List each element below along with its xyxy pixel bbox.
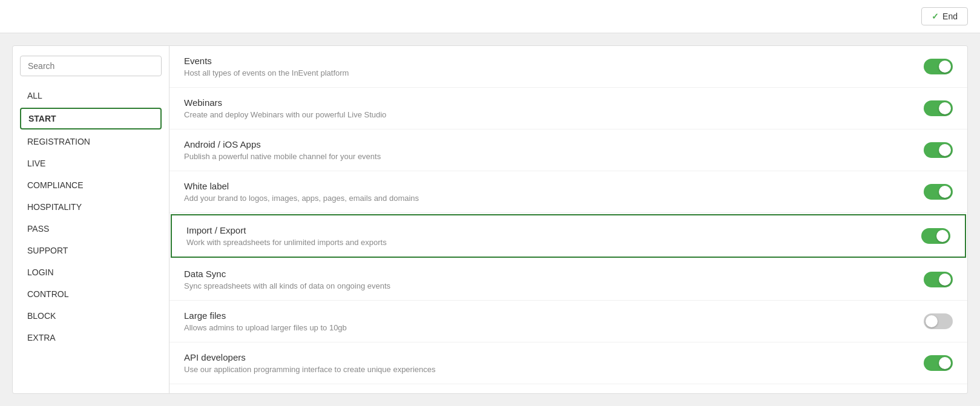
toggle-events[interactable]	[924, 59, 953, 74]
sidebar-item-support[interactable]: SUPPORT	[20, 241, 162, 260]
toggle-data-sync[interactable]	[924, 272, 953, 287]
feature-desc-android-ios: Publish a powerful native mobile channel…	[184, 152, 912, 161]
toggle-white-label[interactable]	[924, 184, 953, 200]
toggle-container-large-files[interactable]	[924, 313, 953, 329]
feature-info-api-developers: API developersUse our application progra…	[184, 352, 912, 374]
feature-row-webinars: WebinarsCreate and deploy Webinars with …	[169, 88, 967, 129]
toggle-track-webinars	[924, 100, 953, 116]
feature-row-api-developers: API developersUse our application progra…	[169, 342, 967, 384]
feature-row-permission-profiles: Permission profilesManage granular permi…	[169, 384, 967, 394]
toggle-thumb-android-ios	[939, 144, 951, 156]
feature-row-large-files: Large filesAllows admins to upload large…	[169, 301, 967, 342]
check-icon: ✓	[932, 11, 939, 21]
toggle-track-data-sync	[924, 272, 953, 287]
sidebar-item-registration[interactable]: REGISTRATION	[20, 132, 162, 151]
toggle-thumb-large-files	[926, 315, 938, 327]
feature-title-api-developers: API developers	[184, 352, 912, 362]
toggle-track-events	[924, 59, 953, 74]
toggle-import-export[interactable]	[921, 228, 950, 244]
feature-title-events: Events	[184, 56, 912, 66]
toggle-thumb-events	[939, 61, 951, 73]
toggle-thumb-import-export	[936, 230, 949, 242]
feature-desc-webinars: Create and deploy Webinars with our powe…	[184, 110, 912, 119]
feature-info-import-export: Import / ExportWork with spreadsheets fo…	[186, 225, 909, 247]
feature-info-android-ios: Android / iOS AppsPublish a powerful nat…	[184, 139, 912, 161]
feature-info-large-files: Large filesAllows admins to upload large…	[184, 310, 912, 332]
toggle-container-events[interactable]	[924, 59, 953, 74]
feature-info-white-label: White labelAdd your brand to logos, imag…	[184, 181, 912, 203]
sidebar-item-pass[interactable]: PASS	[20, 219, 162, 238]
search-input[interactable]	[20, 56, 162, 76]
feature-info-data-sync: Data SyncSync spreadsheets with all kind…	[184, 269, 912, 290]
feature-desc-white-label: Add your brand to logos, images, apps, p…	[184, 194, 912, 203]
toggle-container-android-ios[interactable]	[924, 142, 953, 158]
toggle-thumb-white-label	[939, 186, 951, 198]
feature-title-white-label: White label	[184, 181, 912, 191]
toggle-track-import-export	[921, 228, 950, 244]
sidebar-item-compliance[interactable]: COMPLIANCE	[20, 175, 162, 195]
toggle-track-api-developers	[924, 355, 953, 371]
toggle-api-developers[interactable]	[924, 355, 953, 371]
toggle-container-webinars[interactable]	[924, 100, 953, 116]
feature-desc-api-developers: Use our application programming interfac…	[184, 365, 912, 374]
sidebar-item-all[interactable]: ALL	[20, 86, 162, 105]
feature-row-import-export: Import / ExportWork with spreadsheets fo…	[171, 214, 966, 258]
feature-desc-events: Host all types of events on the InEvent …	[184, 68, 912, 77]
toggle-thumb-webinars	[939, 102, 951, 114]
feature-desc-large-files: Allows admins to upload larger files up …	[184, 323, 912, 332]
toggle-track-white-label	[924, 184, 953, 200]
content-area: EventsHost all types of events on the In…	[169, 45, 968, 394]
toggle-webinars[interactable]	[924, 100, 953, 116]
toggle-track-android-ios	[924, 142, 953, 158]
toggle-large-files[interactable]	[924, 313, 953, 329]
feature-row-data-sync: Data SyncSync spreadsheets with all kind…	[169, 259, 967, 301]
sidebar-item-control[interactable]: CONTROL	[20, 284, 162, 304]
feature-info-events: EventsHost all types of events on the In…	[184, 56, 912, 77]
main-layout: ALLSTARTREGISTRATIONLIVECOMPLIANCEHOSPIT…	[0, 33, 980, 406]
feature-title-android-ios: Android / iOS Apps	[184, 139, 912, 149]
sidebar-item-login[interactable]: LOGIN	[20, 263, 162, 282]
toggle-track-large-files	[924, 313, 953, 329]
toggle-container-import-export[interactable]	[921, 228, 950, 244]
top-bar: ✓ End	[0, 0, 980, 33]
sidebar-item-hospitality[interactable]: HOSPITALITY	[20, 197, 162, 217]
end-button-label: End	[942, 11, 958, 21]
feature-title-large-files: Large files	[184, 310, 912, 321]
feature-row-white-label: White labelAdd your brand to logos, imag…	[169, 171, 967, 213]
toggle-container-api-developers[interactable]	[924, 355, 953, 371]
sidebar-item-start[interactable]: START	[20, 108, 162, 129]
feature-title-import-export: Import / Export	[186, 225, 909, 235]
feature-desc-import-export: Work with spreadsheets for unlimited imp…	[186, 238, 909, 247]
sidebar-item-block[interactable]: BLOCK	[20, 306, 162, 326]
toggle-container-data-sync[interactable]	[924, 272, 953, 287]
feature-title-data-sync: Data Sync	[184, 269, 912, 279]
sidebar: ALLSTARTREGISTRATIONLIVECOMPLIANCEHOSPIT…	[12, 45, 169, 394]
toggle-thumb-data-sync	[939, 273, 951, 286]
feature-row-events: EventsHost all types of events on the In…	[169, 46, 967, 88]
toggle-thumb-api-developers	[939, 357, 951, 369]
end-button[interactable]: ✓ End	[921, 7, 968, 25]
feature-info-webinars: WebinarsCreate and deploy Webinars with …	[184, 97, 912, 119]
sidebar-item-live[interactable]: LIVE	[20, 154, 162, 173]
sidebar-item-extra[interactable]: EXTRA	[20, 328, 162, 347]
toggle-android-ios[interactable]	[924, 142, 953, 158]
feature-desc-data-sync: Sync spreadsheets with all kinds of data…	[184, 281, 912, 290]
feature-row-android-ios: Android / iOS AppsPublish a powerful nat…	[169, 129, 967, 171]
feature-title-webinars: Webinars	[184, 97, 912, 108]
toggle-container-white-label[interactable]	[924, 184, 953, 200]
